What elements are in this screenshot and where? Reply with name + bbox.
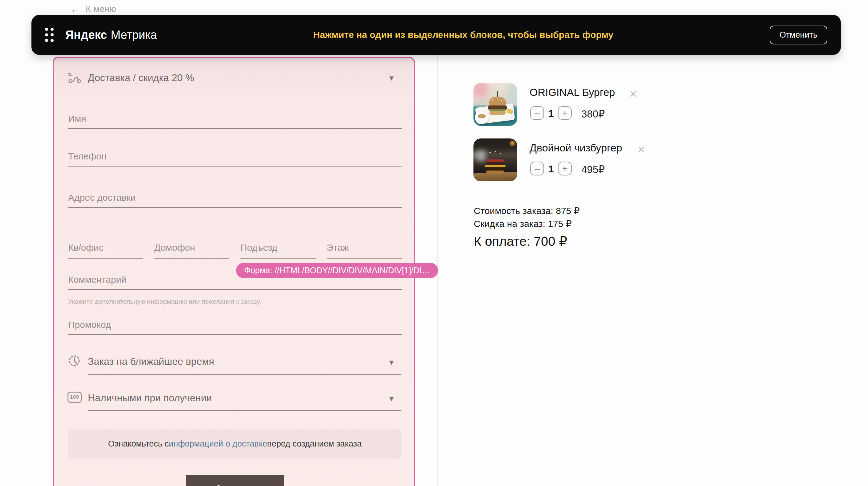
delivery-time-select[interactable]: Заказ на ближайшее время [88,356,214,367]
back-to-menu-link[interactable]: ← К меню [70,3,116,15]
back-arrow-icon: ← [70,3,81,15]
delivery-info-link[interactable]: информацией о доставке [168,439,267,449]
chevron-down-icon[interactable]: ▾ [389,73,394,83]
decrease-qty-button[interactable]: – [530,106,544,120]
delivery-select[interactable]: Доставка / скидка 20 % [88,72,194,84]
metrika-logo: ЯндексМетрика [65,28,157,42]
payment-method-select[interactable]: Наличными при получении [88,392,212,404]
intercom-input[interactable] [154,240,230,259]
increase-qty-button[interactable]: + [558,106,572,120]
clock-icon [68,355,81,367]
apps-grid-icon[interactable] [45,28,54,42]
cancel-button[interactable]: Отменить [770,26,827,44]
chevron-down-icon[interactable]: ▾ [389,357,394,367]
apartment-input[interactable] [68,240,143,259]
submit-order-button[interactable]: Заказать [186,475,284,486]
cart-item-title: Двойной чизбургер [530,142,622,154]
metrika-topbar: ЯндексМетрика Нажмите на один из выделен… [31,15,841,55]
order-total: К оплате: 700 ₽ [474,234,567,249]
order-discount: Скидка на заказ: 175 ₽ [474,218,572,229]
remove-item-icon[interactable]: × [629,88,637,100]
checkout-form-highlight[interactable]: Доставка / скидка 20 % ▾ Форма: //HTML/B… [53,57,415,486]
back-to-menu-label: К меню [86,4,116,14]
entrance-input[interactable] [241,240,316,259]
promo-input[interactable] [68,320,402,335]
floor-input[interactable] [327,240,402,259]
address-details-row [68,240,402,259]
cash-icon: 100 [67,392,82,403]
cart-item-photo-double-cheeseburger [473,139,517,181]
note-prefix: Ознакомьтесь с [108,439,169,449]
metrika-form-xpath-tooltip: Форма: //HTML/BODY//DIV/DIV/MAIN/DIV[1]/… [236,263,438,278]
logo-brand: Яндекс [65,28,107,41]
logo-product: Метрика [111,28,157,41]
cart-item-title: ORIGINAL Бургер [530,86,615,98]
item-price: 380₽ [581,108,605,120]
comment-hint: Укажите дополнительную информацию или по… [68,298,261,305]
item-quantity: 1 [544,108,558,119]
cart-item-photo-original-burger [473,83,517,126]
note-suffix: перед созданием заказа [267,439,362,449]
delivery-scooter-icon [67,71,82,84]
selection-instruction: Нажмите на один из выделенных блоков, чт… [157,30,769,40]
increase-qty-button[interactable]: + [558,161,572,176]
chevron-down-icon[interactable]: ▾ [389,394,394,404]
phone-input[interactable] [68,151,402,166]
remove-item-icon[interactable]: × [638,143,645,156]
item-price: 495₽ [581,163,605,176]
item-quantity: 1 [544,163,558,175]
address-input[interactable] [68,192,402,208]
order-subtotal: Стоимость заказа: 875 ₽ [474,205,580,216]
decrease-qty-button[interactable]: – [530,161,544,176]
delivery-info-note: Ознакомьтесь с информацией о доставке пе… [68,429,402,459]
page: ← К меню ЯндексМетрика Нажмите на один и… [0,0,868,486]
name-input[interactable] [68,114,402,129]
